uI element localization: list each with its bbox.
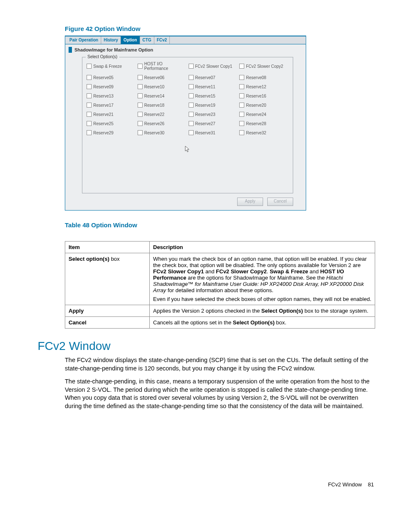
option-reserve22[interactable]: Reserve22	[138, 112, 187, 117]
checkbox-icon[interactable]	[239, 112, 244, 117]
option-reserve09[interactable]: Reserve09	[87, 84, 136, 89]
option-reserve18[interactable]: Reserve18	[138, 103, 187, 108]
checkbox-icon[interactable]	[189, 84, 194, 89]
checkbox-icon[interactable]	[138, 84, 143, 89]
table-row: Select option(s) boxWhen you mark the ch…	[65, 253, 375, 305]
option-reserve17[interactable]: Reserve17	[87, 103, 136, 108]
checkbox-icon[interactable]	[87, 64, 92, 69]
option-label: Reserve24	[246, 112, 266, 117]
option-label: Reserve15	[195, 94, 215, 98]
option-reserve19[interactable]: Reserve19	[189, 103, 238, 108]
option-reserve30[interactable]: Reserve30	[138, 130, 187, 135]
checkbox-icon[interactable]	[189, 130, 194, 135]
option-reserve31[interactable]: Reserve31	[189, 130, 238, 135]
table-header-description: Description	[150, 242, 375, 253]
figure-caption: Figure 42 Option Window	[65, 25, 374, 32]
table-cell-description: Applies the Version 2 options checked in…	[150, 305, 375, 317]
checkbox-icon[interactable]	[138, 121, 143, 126]
checkbox-icon[interactable]	[138, 130, 143, 135]
tab-history[interactable]: History	[101, 36, 121, 44]
cursor-icon	[185, 146, 191, 153]
checkbox-icon[interactable]	[189, 93, 194, 98]
option-fcv2-slower-copy1[interactable]: FCv2 Slower Copy1	[189, 62, 238, 71]
checkbox-icon[interactable]	[239, 75, 244, 80]
table-cell-item: Apply	[65, 305, 150, 317]
option-host-i-o-performance[interactable]: HOST I/O Performance	[138, 62, 187, 71]
option-reserve08[interactable]: Reserve08	[239, 75, 289, 80]
checkbox-icon[interactable]	[189, 112, 194, 117]
option-fcv2-slower-copy2[interactable]: FCv2 Slower Copy2	[239, 62, 289, 71]
fieldset-legend: Select Option(s)	[86, 54, 119, 59]
table-row: ApplyApplies the Version 2 options check…	[65, 305, 375, 317]
option-reserve11[interactable]: Reserve11	[189, 84, 238, 89]
checkbox-icon[interactable]	[239, 130, 244, 135]
checkbox-icon[interactable]	[239, 93, 244, 98]
footer-page-number: 81	[368, 481, 374, 488]
checkbox-icon[interactable]	[189, 121, 194, 126]
checkbox-icon[interactable]	[189, 75, 194, 80]
option-reserve10[interactable]: Reserve10	[138, 84, 187, 89]
checkbox-icon[interactable]	[87, 103, 92, 108]
option-reserve28[interactable]: Reserve28	[239, 121, 289, 126]
option-reserve16[interactable]: Reserve16	[239, 93, 289, 98]
checkbox-icon[interactable]	[239, 84, 244, 89]
checkbox-icon[interactable]	[138, 64, 143, 69]
option-reserve23[interactable]: Reserve23	[189, 112, 238, 117]
checkbox-icon[interactable]	[87, 130, 92, 135]
cancel-button[interactable]: Cancel	[267, 198, 293, 206]
checkbox-icon[interactable]	[87, 75, 92, 80]
option-reserve06[interactable]: Reserve06	[138, 75, 187, 80]
option-reserve25[interactable]: Reserve25	[87, 121, 136, 126]
checkbox-icon[interactable]	[138, 93, 143, 98]
option-reserve07[interactable]: Reserve07	[189, 75, 238, 80]
checkbox-icon[interactable]	[87, 93, 92, 98]
button-row: Apply Cancel	[65, 196, 306, 210]
option-reserve32[interactable]: Reserve32	[239, 130, 289, 135]
option-reserve27[interactable]: Reserve27	[189, 121, 238, 126]
option-label: Reserve29	[93, 131, 113, 135]
checkbox-icon[interactable]	[189, 64, 194, 69]
checkbox-icon[interactable]	[239, 121, 244, 126]
option-reserve21[interactable]: Reserve21	[87, 112, 136, 117]
checkbox-icon[interactable]	[239, 103, 244, 108]
table-header-row: Item Description	[65, 242, 375, 253]
checkbox-icon[interactable]	[138, 75, 143, 80]
option-reserve20[interactable]: Reserve20	[239, 103, 289, 108]
option-label: Reserve09	[93, 85, 113, 89]
table-cell-item: Select option(s) box	[65, 253, 150, 305]
table-row: CancelCancels all the options set in the…	[65, 317, 375, 329]
option-label: Reserve21	[93, 112, 113, 117]
checkbox-icon[interactable]	[87, 84, 92, 89]
checkbox-icon[interactable]	[87, 121, 92, 126]
table-cell-description: Cancels all the options set in the Selec…	[150, 317, 375, 329]
tab-fcv2[interactable]: FCv2	[154, 36, 170, 44]
option-label: Reserve08	[246, 75, 266, 80]
option-reserve12[interactable]: Reserve12	[239, 84, 289, 89]
body-paragraph: The FCv2 window displays the state-chang…	[65, 356, 374, 373]
checkbox-icon[interactable]	[138, 103, 143, 108]
tab-option[interactable]: Option	[121, 36, 140, 44]
option-reserve15[interactable]: Reserve15	[189, 93, 238, 98]
checkbox-icon[interactable]	[189, 103, 194, 108]
section-title: ShadowImage for Mainframe Option	[65, 44, 306, 55]
option-reserve24[interactable]: Reserve24	[239, 112, 289, 117]
option-swap-freeze[interactable]: Swap & Freeze	[87, 62, 136, 71]
option-reserve14[interactable]: Reserve14	[138, 93, 187, 98]
option-reserve13[interactable]: Reserve13	[87, 93, 136, 98]
tab-bar: Pair OperationHistoryOptionCTGFCv2	[65, 36, 306, 44]
options-grid: Swap & FreezeHOST I/O PerformanceFCv2 Sl…	[87, 62, 289, 135]
tab-pair-operation[interactable]: Pair Operation	[67, 36, 101, 44]
option-reserve29[interactable]: Reserve29	[87, 130, 136, 135]
checkbox-icon[interactable]	[239, 64, 244, 69]
apply-button[interactable]: Apply	[237, 198, 263, 206]
option-label: Reserve12	[246, 85, 266, 89]
tab-ctg[interactable]: CTG	[140, 36, 154, 44]
option-reserve26[interactable]: Reserve26	[138, 121, 187, 126]
checkbox-icon[interactable]	[87, 112, 92, 117]
checkbox-icon[interactable]	[138, 112, 143, 117]
option-label: Reserve11	[195, 85, 215, 89]
option-label: Reserve14	[144, 94, 164, 98]
option-label: Reserve18	[144, 103, 164, 108]
body-paragraph: The state-change-pending, in this case, …	[65, 378, 374, 410]
option-reserve05[interactable]: Reserve05	[87, 75, 136, 80]
